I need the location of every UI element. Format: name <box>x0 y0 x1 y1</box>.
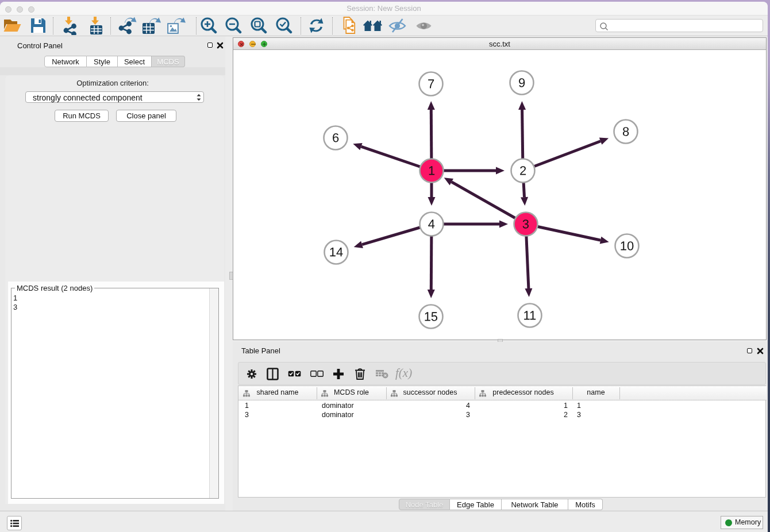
svg-text:2: 2 <box>519 164 526 178</box>
svg-text:14: 14 <box>329 245 343 259</box>
svg-text:1: 1 <box>428 163 435 178</box>
svg-text:8: 8 <box>622 125 629 139</box>
svg-text:11: 11 <box>523 309 536 323</box>
svg-text:7: 7 <box>428 76 434 91</box>
svg-text:3: 3 <box>522 217 529 232</box>
svg-text:10: 10 <box>620 239 634 253</box>
svg-text:6: 6 <box>332 130 339 145</box>
svg-text:9: 9 <box>518 76 525 90</box>
svg-text:4: 4 <box>428 217 435 231</box>
svg-text:15: 15 <box>424 309 438 323</box>
